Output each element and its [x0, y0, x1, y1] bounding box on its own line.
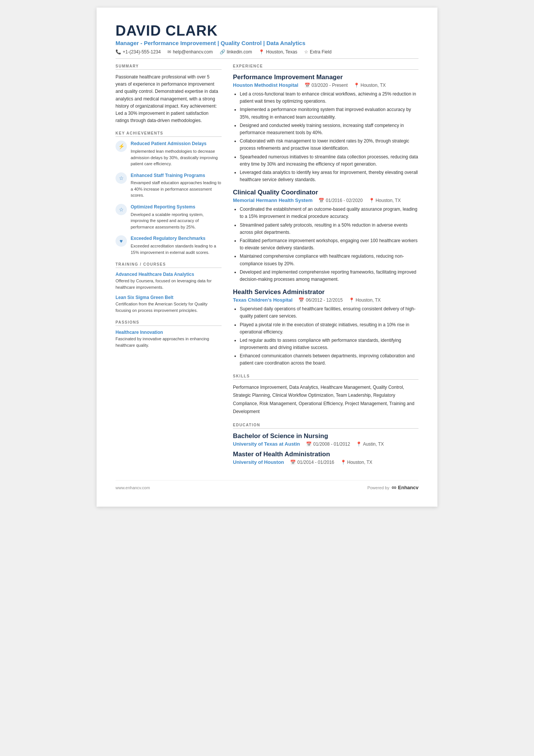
link-icon: 🔗 — [220, 49, 225, 55]
job-3: Health Services Administrator Texas Chil… — [233, 288, 418, 367]
achievement-title-3: Optimized Reporting Systems — [131, 204, 222, 210]
edu-2: Master of Health Administration Universi… — [233, 451, 418, 465]
calendar-icon-edu-1: 📅 — [306, 441, 312, 447]
job-company-3: Texas Children's Hospital — [233, 297, 292, 303]
training-section-header: TRAINING / COURSES — [116, 262, 222, 268]
job-location-1: 📍 Houston, TX — [354, 83, 386, 88]
achievement-content-2: Enhanced Staff Training Programs Revampe… — [131, 172, 222, 199]
infinity-icon: ∞ — [392, 484, 397, 491]
bullet-2-5: Developed and implemented comprehensive … — [240, 269, 418, 283]
achievement-content-1: Reduced Patient Admission Delays Impleme… — [131, 141, 222, 167]
job-meta-1: Houston Methodist Hospital 📅 03/2020 - P… — [233, 82, 418, 88]
achievement-title-1: Reduced Patient Admission Delays — [131, 141, 222, 147]
achievement-item-4: ♥ Exceeded Regulatory Benchmarks Exceede… — [116, 235, 222, 255]
main-content: SUMMARY Passionate healthcare profession… — [116, 64, 418, 469]
job-location-3: 📍 Houston, TX — [349, 297, 381, 303]
training-title-1: Advanced Healthcare Data Analytics — [116, 272, 222, 277]
summary-section-header: SUMMARY — [116, 64, 222, 70]
job-bullets-3: Supervised daily operations of healthcar… — [233, 305, 418, 367]
job-title-1: Performance Improvement Manager — [233, 74, 418, 81]
job-meta-3: Texas Children's Hospital 📅 06/2012 - 12… — [233, 297, 418, 303]
bullet-3-2: Played a pivotal role in the execution o… — [240, 321, 418, 336]
edu-location-1: 📍 Austin, TX — [356, 441, 384, 447]
job-2: Clinical Quality Coordinator Memorial He… — [233, 189, 418, 283]
pin-icon-3: 📍 — [349, 297, 354, 303]
contact-linkedin: 🔗 linkedin.com — [220, 49, 252, 55]
training-desc-2: Certification from the American Society … — [116, 301, 222, 313]
job-location-2: 📍 Houston, TX — [369, 198, 401, 203]
location-icon: 📍 — [259, 49, 264, 55]
skills-section-header: SKILLS — [233, 374, 418, 380]
resume-page: DAVID CLARK Manager - Performance Improv… — [97, 8, 437, 507]
achievement-icon-2: ☆ — [116, 172, 127, 184]
contact-location: 📍 Houston, Texas — [259, 49, 297, 55]
achievement-icon-3: ☆ — [116, 204, 127, 215]
achievements-section-header: KEY ACHIEVEMENTS — [116, 131, 222, 137]
achievement-icon-4: ♥ — [116, 235, 127, 247]
achievement-item-3: ☆ Optimized Reporting Systems Developed … — [116, 204, 222, 230]
bullet-2-3: Facilitated performance improvement work… — [240, 237, 418, 252]
achievement-desc-2: Revamped staff education approaches lead… — [131, 180, 222, 199]
contact-phone: 📞 +1-(234)-555-1234 — [116, 49, 161, 55]
star-icon: ☆ — [304, 49, 308, 55]
pin-icon-edu-1: 📍 — [356, 441, 362, 447]
training-desc-1: Offered by Coursera, focused on leveragi… — [116, 278, 222, 290]
job-date-2: 📅 01/2016 - 02/2020 — [319, 198, 362, 203]
job-bullets-1: Led a cross-functional team to enhance c… — [233, 91, 418, 183]
achievement-title-4: Exceeded Regulatory Benchmarks — [131, 235, 222, 242]
job-title-2: Clinical Quality Coordinator — [233, 189, 418, 196]
powered-by-label: Powered by — [367, 485, 389, 490]
contact-email: ✉ help@enhancv.com — [167, 49, 212, 55]
edu-location-2: 📍 Houston, TX — [340, 460, 372, 465]
training-item-1: Advanced Healthcare Data Analytics Offer… — [116, 272, 222, 290]
footer-website: www.enhancv.com — [116, 485, 150, 490]
skills-text: Performance Improvement, Data Analytics,… — [233, 383, 418, 416]
experience-section-header: EXPERIENCE — [233, 64, 418, 70]
contact-bar: 📞 +1-(234)-555-1234 ✉ help@enhancv.com 🔗… — [116, 49, 418, 59]
bullet-2-1: Coordinated the establishment of an outc… — [240, 206, 418, 220]
bullet-1-4: Collaborated with risk management to low… — [240, 138, 418, 152]
phone-icon: 📞 — [116, 49, 121, 55]
pin-icon-edu-2: 📍 — [340, 460, 346, 465]
bullet-1-2: Implemented a performance monitoring sys… — [240, 106, 418, 121]
achievement-content-4: Exceeded Regulatory Benchmarks Exceeded … — [131, 235, 222, 255]
job-bullets-2: Coordinated the establishment of an outc… — [233, 206, 418, 283]
passions-section-header: PASSIONS — [116, 320, 222, 326]
education-section-header: EDUCATION — [233, 423, 418, 429]
edu-degree-1: Bachelor of Science in Nursing — [233, 432, 418, 440]
job-company-1: Houston Methodist Hospital — [233, 82, 298, 88]
calendar-icon-1: 📅 — [304, 83, 310, 88]
candidate-name: DAVID CLARK — [116, 23, 418, 39]
bullet-3-1: Supervised daily operations of healthcar… — [240, 305, 418, 320]
right-column: EXPERIENCE Performance Improvement Manag… — [233, 64, 418, 469]
edu-date-2: 📅 01/2014 - 01/2016 — [290, 460, 334, 465]
brand-name: Enhancv — [398, 485, 418, 490]
achievement-title-2: Enhanced Staff Training Programs — [131, 172, 222, 179]
achievement-content-3: Optimized Reporting Systems Developed a … — [131, 204, 222, 230]
edu-meta-1: University of Texas at Austin 📅 01/2008 … — [233, 441, 418, 447]
bullet-1-5: Spearheaded numerous initiatives to stre… — [240, 153, 418, 168]
job-date-1: 📅 03/2020 - Present — [304, 83, 348, 88]
job-1: Performance Improvement Manager Houston … — [233, 74, 418, 183]
edu-date-1: 📅 01/2008 - 01/2012 — [306, 441, 350, 447]
job-title-3: Health Services Administrator — [233, 288, 418, 296]
footer-brand: Powered by ∞ Enhancv — [367, 484, 418, 491]
bullet-2-2: Streamlined patient safety protocols, re… — [240, 222, 418, 236]
bullet-2-4: Maintained comprehensive compliance with… — [240, 253, 418, 267]
achievement-desc-3: Developed a scalable reporting system, i… — [131, 211, 222, 230]
edu-meta-2: University of Houston 📅 01/2014 - 01/201… — [233, 459, 418, 465]
training-item-2: Lean Six Sigma Green Belt Certification … — [116, 295, 222, 313]
bullet-1-1: Led a cross-functional team to enhance c… — [240, 91, 418, 105]
enhancv-logo: ∞ Enhancv — [392, 484, 418, 491]
edu-degree-2: Master of Health Administration — [233, 451, 418, 458]
footer: www.enhancv.com Powered by ∞ Enhancv — [116, 480, 418, 491]
header: DAVID CLARK Manager - Performance Improv… — [116, 23, 418, 59]
achievement-desc-1: Implemented lean methodologies to decrea… — [131, 148, 222, 167]
calendar-icon-3: 📅 — [298, 297, 304, 303]
contact-extra: ☆ Extra Field — [304, 49, 331, 55]
achievement-item-1: ⚡ Reduced Patient Admission Delays Imple… — [116, 141, 222, 167]
edu-school-1: University of Texas at Austin — [233, 441, 300, 447]
edu-school-2: University of Houston — [233, 459, 284, 465]
edu-1: Bachelor of Science in Nursing Universit… — [233, 432, 418, 447]
pin-icon-1: 📍 — [354, 83, 359, 88]
